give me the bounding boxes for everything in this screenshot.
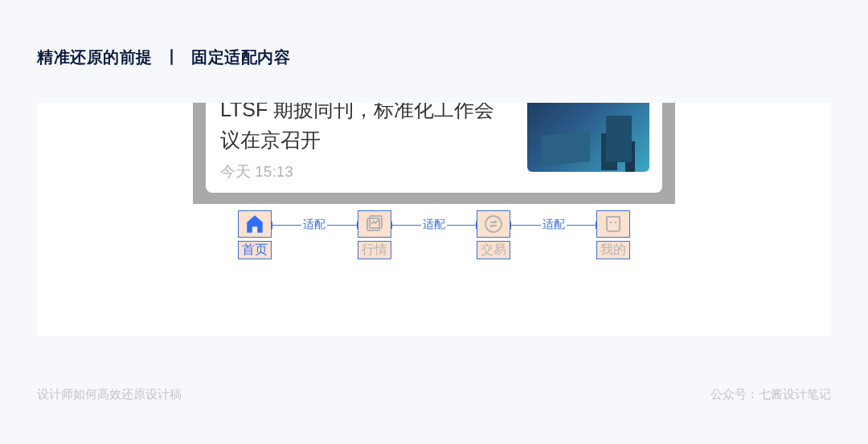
tab-market[interactable]: 行情 (358, 210, 391, 259)
tab-home-icon-box (238, 210, 272, 238)
spacer-label: 适配 (541, 218, 567, 232)
page-footer: 设计师如何高效还原设计稿 公众号：七酱设计笔记 (37, 387, 831, 402)
news-card-title: LTSF 期披同刊，标准化工作会议在京召开 (220, 103, 510, 155)
svg-rect-0 (254, 228, 256, 231)
spacer-3: 适配 (510, 211, 596, 238)
svg-point-5 (615, 221, 617, 223)
tab-market-label: 行情 (358, 241, 391, 259)
svg-point-4 (610, 221, 612, 223)
news-card[interactable]: LTSF 期披同刊，标准化工作会议在京召开 今天 15:13 (206, 103, 662, 193)
tab-market-icon-box (358, 210, 391, 238)
content-area: LTSF 期披同刊，标准化工作会议在京召开 今天 15:13 (193, 103, 675, 204)
trade-icon (484, 214, 503, 234)
svg-point-3 (485, 216, 502, 232)
header-title-part2: 固定适配内容 (191, 48, 290, 66)
page-header: 精准还原的前提 丨 固定适配内容 (0, 0, 868, 68)
news-card-image (527, 103, 649, 172)
home-icon (244, 214, 265, 234)
spacer-1: 适配 (272, 211, 358, 238)
phone-frame: LTSF 期披同刊，标准化工作会议在京召开 今天 15:13 首页 适配 (193, 103, 675, 265)
footer-right: 公众号：七酱设计笔记 (710, 387, 831, 402)
tab-trade[interactable]: 交易 (477, 210, 510, 259)
example-canvas: LTSF 期披同刊，标准化工作会议在京召开 今天 15:13 首页 适配 (37, 103, 831, 336)
tab-profile-label: 我的 (596, 241, 630, 259)
header-title: 精准还原的前提 丨 固定适配内容 (37, 48, 290, 66)
tab-home-label: 首页 (238, 241, 272, 259)
header-title-part1: 精准还原的前提 (37, 48, 153, 66)
spacer-2: 适配 (391, 211, 477, 238)
header-divider: 丨 (164, 48, 181, 66)
tab-trade-icon-box (477, 210, 510, 238)
spacer-label: 适配 (421, 218, 447, 232)
tab-profile-icon-box (596, 210, 630, 238)
tab-trade-label: 交易 (477, 241, 510, 259)
spacer-label: 适配 (301, 218, 327, 232)
tab-home[interactable]: 首页 (238, 210, 272, 259)
footer-left: 设计师如何高效还原设计稿 (37, 387, 182, 402)
profile-icon (604, 214, 623, 234)
tab-profile[interactable]: 我的 (596, 210, 630, 259)
market-icon (365, 214, 384, 234)
tabbar: 首页 适配 行情 适配 (193, 204, 675, 265)
